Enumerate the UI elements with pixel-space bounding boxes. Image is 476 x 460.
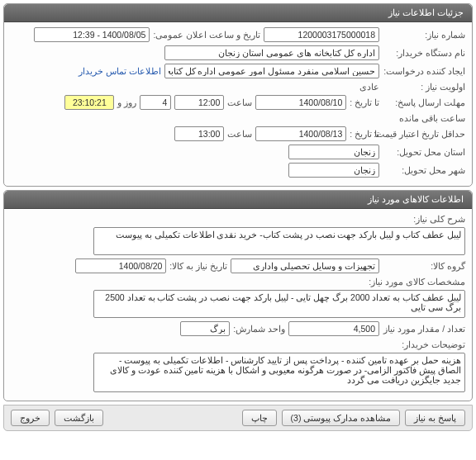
time-label-2: ساعت	[227, 129, 252, 139]
need-date-input[interactable]	[75, 258, 166, 273]
time-label-1: ساعت	[227, 97, 252, 107]
spec-textarea[interactable]	[93, 290, 465, 318]
goods-info-panel: اطلاعات کالاهای مورد نیاز شرح کلی نیاز: …	[3, 190, 473, 401]
min-valid-label: حداقل تاریخ اعتبار قیمت:	[383, 129, 465, 139]
group-label: گروه کالا:	[383, 261, 465, 271]
need-details-panel: جزئیات اطلاعات نیاز شماره نیاز: تاریخ و …	[3, 3, 473, 187]
niaz-no-label: شماره نیاز:	[383, 30, 465, 40]
creator-input[interactable]	[164, 64, 379, 78]
to-date-label-2: تا تاریخ :	[350, 129, 379, 139]
qty-input[interactable]	[288, 321, 379, 336]
buyer-input[interactable]	[164, 45, 379, 60]
to-date-label: تا تاریخ :	[350, 97, 379, 107]
announce-label: تاریخ و ساعت اعلان عمومی:	[153, 30, 260, 40]
desc-textarea[interactable]	[93, 227, 465, 255]
panel1-title: جزئیات اطلاعات نیاز	[4, 4, 472, 22]
unit-input[interactable]	[180, 321, 230, 336]
qty-label: تعداد / مقدار مورد نیاز	[383, 324, 465, 334]
province-input[interactable]	[288, 145, 379, 159]
notes-textarea[interactable]	[93, 353, 465, 392]
back-button[interactable]: بازگشت	[55, 410, 103, 426]
province-label: استان محل تحویل:	[383, 147, 465, 157]
remain-label: ساعت باقی مانده	[399, 113, 465, 123]
remain-time-input[interactable]	[64, 95, 114, 110]
min-valid-date-input[interactable]	[255, 126, 346, 141]
niaz-no-input[interactable]	[264, 27, 379, 42]
need-date-label: تاریخ نیاز به کالا:	[169, 261, 227, 271]
desc-label: شرح کلی نیاز:	[383, 214, 465, 224]
contact-link[interactable]: اطلاعات تماس خریدار	[79, 66, 161, 76]
creator-label: ایجاد کننده درخواست:	[383, 66, 465, 76]
panel2-body: شرح کلی نیاز: گروه کالا: تاریخ نیاز به ک…	[4, 209, 472, 401]
min-valid-time-input[interactable]	[174, 126, 224, 141]
announce-input[interactable]	[34, 27, 150, 42]
panel2-title: اطلاعات کالاهای مورد نیاز	[4, 191, 472, 209]
city-label: شهر محل تحویل:	[383, 165, 465, 175]
notes-label: توضیحات خریدار:	[383, 339, 465, 349]
buyer-label: نام دستگاه خریدار:	[383, 48, 465, 58]
exit-button[interactable]: خروج	[11, 410, 50, 426]
group-input[interactable]	[231, 258, 379, 273]
footer-toolbar: پاسخ به نیاز مشاهده مدارک پیوستی (3) چاپ…	[3, 405, 473, 431]
priority-label: اولویت نیاز :	[383, 82, 465, 92]
deadline-label: مهلت ارسال پاسخ:	[383, 97, 465, 107]
city-input[interactable]	[288, 163, 379, 178]
unit-label: واحد شمارش:	[233, 324, 285, 334]
panel1-body: شماره نیاز: تاریخ و ساعت اعلان عمومی: نا…	[4, 22, 472, 186]
print-button[interactable]: چاپ	[242, 410, 277, 426]
deadline-time-input[interactable]	[174, 95, 224, 110]
attachments-button[interactable]: مشاهده مدارک پیوستی (3)	[282, 410, 401, 426]
reply-button[interactable]: پاسخ به نیاز	[405, 410, 465, 426]
days-label: روز و	[117, 97, 136, 107]
days-input[interactable]	[140, 95, 171, 110]
deadline-date-input[interactable]	[255, 95, 346, 110]
priority-value: عادی	[359, 82, 379, 92]
spec-label: مشخصات کالای مورد نیاز:	[383, 277, 465, 287]
